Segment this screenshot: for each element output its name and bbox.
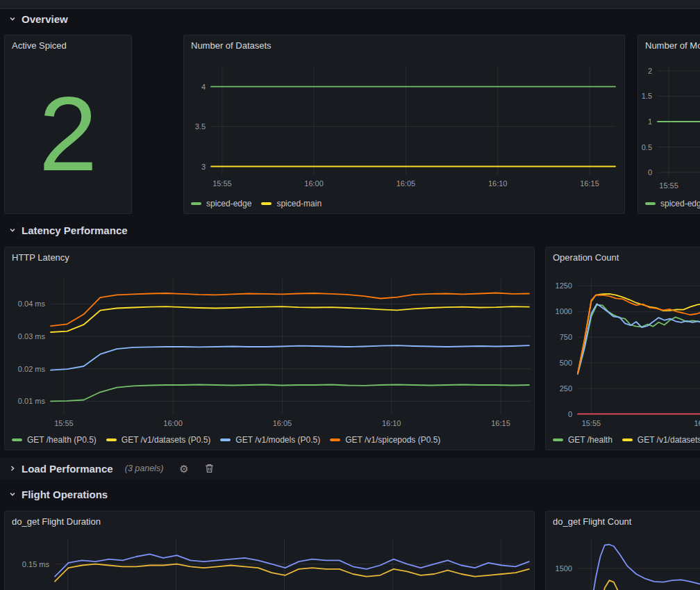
legend-label: spiced-edge	[660, 199, 700, 208]
svg-text:1500: 1500	[556, 564, 572, 573]
panel-title[interactable]: Operation Count	[553, 252, 619, 263]
panel-title[interactable]: Number of Datasets	[191, 40, 272, 51]
svg-text:16:15: 16:15	[491, 419, 510, 427]
svg-text:0.15 ms: 0.15 ms	[22, 560, 50, 568]
svg-text:16:05: 16:05	[397, 179, 416, 188]
gear-icon: ⚙	[179, 464, 188, 474]
row-delete-button[interactable]	[205, 464, 214, 473]
models-chart[interactable]: 00.511.5215:5516:0016:0516:1016:15	[638, 35, 700, 213]
svg-text:15:55: 15:55	[659, 181, 678, 190]
grafana-dashboard: Overview Active Spiced 2 Number of Datas…	[0, 0, 700, 590]
svg-text:0.02 ms: 0.02 ms	[18, 365, 46, 373]
legend-color-chip	[106, 439, 117, 441]
section-title: Flight Operations	[22, 489, 108, 500]
svg-text:0.01 ms: 0.01 ms	[18, 397, 46, 405]
legend-item[interactable]: spiced-edge	[645, 199, 700, 208]
section-title: Latency Performance	[22, 224, 128, 236]
svg-text:0: 0	[568, 410, 572, 418]
legend-item[interactable]: spiced-edge	[191, 199, 251, 208]
panel-number-of-datasets: Number of Datasets 33.5415:5516:0016:051…	[183, 35, 625, 214]
legend-label: GET /v1/models (P0.5)	[235, 435, 320, 445]
svg-text:16:00: 16:00	[163, 419, 183, 427]
legend-color-chip	[622, 439, 633, 441]
legend-item[interactable]: GET /v1/spicepods (P0.5)	[330, 435, 440, 445]
legend-color-chip	[12, 439, 22, 441]
svg-text:16:00: 16:00	[304, 179, 324, 188]
panel-number-of-models: Number of Models 00.511.5215:5516:0016:0…	[638, 35, 700, 214]
panel-flight-count: do_get Flight Count 1500	[545, 511, 700, 590]
stat-value: 2	[5, 54, 131, 213]
svg-text:1.5: 1.5	[642, 92, 652, 100]
svg-text:1000: 1000	[556, 307, 572, 316]
svg-text:0: 0	[648, 168, 652, 177]
legend-item[interactable]: GET /v1/datasets (P0.5)	[106, 435, 211, 445]
legend-label: spiced-main	[276, 199, 322, 208]
svg-text:4: 4	[201, 83, 206, 91]
svg-text:750: 750	[560, 333, 572, 341]
legend-label: GET /health	[568, 435, 612, 445]
legend-color-chip	[261, 202, 272, 205]
legend-color-chip	[191, 202, 201, 205]
legend-item[interactable]: GET /v1/datasets	[622, 435, 700, 445]
legend-color-chip	[645, 202, 656, 205]
operation-count-legend: GET /healthGET /v1/datasetsGET /v1/model…	[553, 435, 700, 445]
chevron-down-icon	[8, 490, 17, 498]
svg-text:250: 250	[560, 384, 572, 393]
svg-text:15:55: 15:55	[54, 419, 74, 427]
svg-text:16:05: 16:05	[273, 419, 292, 427]
section-row-overview[interactable]: Overview	[8, 11, 68, 26]
legend-label: GET /health (P0.5)	[27, 435, 97, 445]
panel-count-label: (3 panels)	[125, 464, 164, 473]
legend-item[interactable]: GET /v1/models (P0.5)	[220, 435, 320, 445]
svg-text:16:10: 16:10	[488, 179, 508, 188]
svg-text:1250: 1250	[556, 281, 572, 290]
datasets-legend: spiced-edgespiced-main	[191, 199, 322, 208]
svg-text:0.04 ms: 0.04 ms	[18, 300, 46, 308]
svg-text:3: 3	[201, 163, 206, 171]
svg-text:15:55: 15:55	[212, 179, 232, 188]
panel-flight-duration: do_get Flight Duration 0.15 ms	[4, 511, 535, 590]
svg-text:2: 2	[648, 67, 652, 75]
panel-title[interactable]: Active Spiced	[12, 40, 67, 51]
svg-text:0.03 ms: 0.03 ms	[18, 332, 46, 341]
operation-count-chart[interactable]: 02505007501000125015:5516:0016:0516:1016…	[546, 247, 700, 450]
legend-color-chip	[553, 439, 563, 441]
section-title: Overview	[22, 13, 68, 25]
svg-text:16:00: 16:00	[694, 419, 700, 427]
legend-label: GET /v1/datasets	[638, 435, 700, 445]
svg-text:16:10: 16:10	[382, 419, 401, 427]
legend-label: spiced-edge	[206, 199, 251, 208]
section-row-load-performance[interactable]: Load Performance (3 panels) ⚙	[8, 461, 214, 476]
row-settings-button[interactable]: ⚙	[179, 464, 188, 474]
section-row-latency-performance[interactable]: Latency Performance	[8, 222, 128, 238]
chevron-down-icon	[8, 226, 17, 234]
panel-title[interactable]: Number of Models	[645, 40, 700, 51]
panel-title[interactable]: do_get Flight Duration	[12, 516, 101, 527]
legend-item[interactable]: spiced-main	[261, 199, 322, 208]
models-legend: spiced-edge	[645, 199, 700, 208]
legend-item[interactable]: GET /health (P0.5)	[12, 435, 97, 445]
chevron-right-icon	[8, 464, 17, 473]
panel-title[interactable]: do_get Flight Count	[553, 516, 631, 527]
svg-text:15:55: 15:55	[582, 419, 601, 427]
svg-text:0.5: 0.5	[642, 143, 652, 151]
datasets-chart[interactable]: 33.5415:5516:0016:0516:1016:15	[184, 35, 624, 213]
http-latency-chart[interactable]: 0.01 ms0.02 ms0.03 ms0.04 ms15:5516:0016…	[5, 247, 534, 450]
legend-color-chip	[330, 439, 340, 441]
svg-text:500: 500	[560, 359, 572, 367]
legend-color-chip	[220, 439, 231, 441]
svg-text:3.5: 3.5	[195, 122, 206, 131]
panel-http-latency: HTTP Latency 0.01 ms0.02 ms0.03 ms0.04 m…	[4, 247, 535, 450]
svg-text:16:15: 16:15	[580, 179, 599, 188]
trash-icon	[205, 464, 214, 473]
legend-label: GET /v1/datasets (P0.5)	[122, 435, 211, 445]
section-row-flight-operations[interactable]: Flight Operations	[8, 486, 108, 502]
section-title: Load Performance	[22, 463, 113, 475]
panel-title[interactable]: HTTP Latency	[12, 252, 69, 263]
http-latency-legend: GET /health (P0.5)GET /v1/datasets (P0.5…	[12, 435, 440, 445]
top-nav-edge	[0, 0, 700, 9]
chevron-down-icon	[8, 15, 17, 23]
panel-operation-count: Operation Count 02505007501000125015:551…	[545, 247, 700, 450]
legend-item[interactable]: GET /health	[553, 435, 612, 445]
panel-active-spiced: Active Spiced 2	[4, 35, 132, 214]
